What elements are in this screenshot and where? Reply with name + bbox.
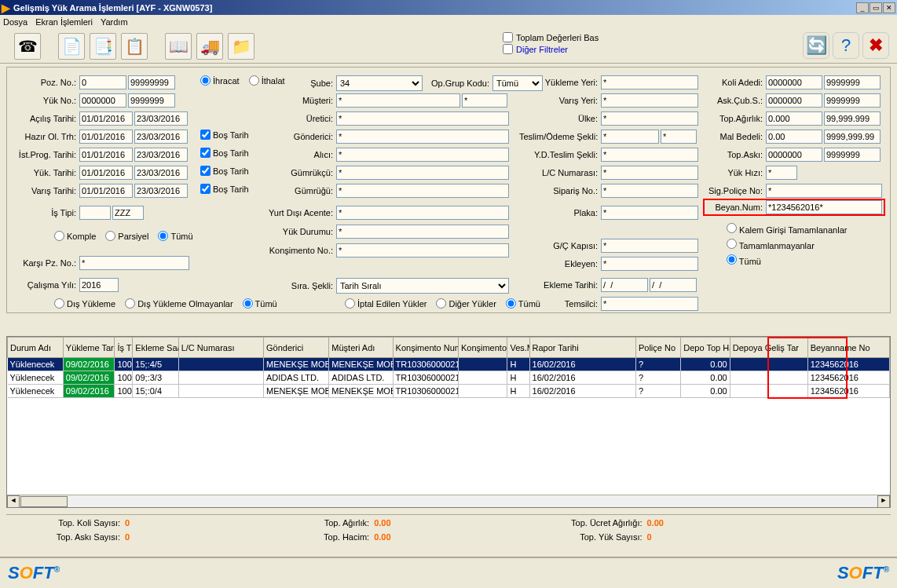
- col-header[interactable]: Depo Top Hacim: [681, 338, 730, 358]
- hazir-from[interactable]: [79, 130, 133, 144]
- tamam-radio[interactable]: Tamamlanmayanlar: [727, 239, 815, 250]
- bos2-checkbox[interactable]: [200, 148, 211, 158]
- topask-to[interactable]: [824, 148, 881, 162]
- col-header[interactable]: Yükleme Tarihi: [63, 338, 115, 358]
- table-row[interactable]: Yüklenecek09/02/201610009;:3/3ADIDAS LTD…: [8, 371, 890, 385]
- beyannum-input[interactable]: [766, 200, 882, 214]
- varisyeri-input[interactable]: [601, 93, 698, 108]
- acilis-from[interactable]: [79, 111, 133, 126]
- ihr-radio[interactable]: İhracat: [200, 75, 240, 86]
- yukhiz-input[interactable]: [766, 166, 797, 180]
- mal-to[interactable]: [824, 130, 881, 144]
- yuktarih-from[interactable]: [79, 166, 133, 180]
- istipi-to[interactable]: [112, 206, 144, 220]
- kalem-radio[interactable]: Kalem Girişi Tamamlananlar: [727, 223, 847, 235]
- toolbar-phone-icon[interactable]: ☎: [14, 33, 41, 60]
- bos4-checkbox[interactable]: [200, 184, 211, 194]
- konsimento-input[interactable]: [336, 243, 509, 257]
- gumrugu-input[interactable]: [336, 184, 509, 198]
- mal-from[interactable]: [766, 130, 822, 144]
- tumu-radio[interactable]: Tümü: [158, 231, 192, 241]
- alici-input[interactable]: [336, 148, 509, 162]
- iptal-radio[interactable]: İptal Edilen Yükler: [345, 298, 427, 309]
- sube-select[interactable]: 34: [336, 75, 423, 91]
- calisma-input[interactable]: [79, 278, 119, 292]
- musteri-input[interactable]: [336, 93, 460, 108]
- table-row[interactable]: Yüklenecek09/02/201610015;:0/4MENEKŞE MO…: [8, 385, 890, 398]
- istprog-to[interactable]: [134, 148, 188, 162]
- plaka-input[interactable]: [601, 206, 698, 220]
- col-header[interactable]: L/C Numarası: [178, 338, 263, 358]
- col-header[interactable]: Konşimento Tarihi: [458, 338, 507, 358]
- bos3-checkbox[interactable]: [200, 166, 211, 176]
- uretici-input[interactable]: [336, 111, 509, 126]
- sigpolice-input[interactable]: [766, 184, 882, 198]
- toolbar-doc1-icon[interactable]: 📄: [58, 33, 85, 60]
- komple-radio[interactable]: Komple: [54, 231, 96, 241]
- siparis-input[interactable]: [601, 184, 698, 198]
- lcnum-input[interactable]: [601, 166, 698, 180]
- yukdurumu-input[interactable]: [336, 225, 509, 239]
- col-header[interactable]: Gönderici: [264, 338, 329, 358]
- yurtdisi-input[interactable]: [336, 206, 509, 220]
- close-button[interactable]: ✕: [883, 2, 895, 13]
- col-header[interactable]: İş Tip: [115, 338, 133, 358]
- col-header[interactable]: Poliçe No: [635, 338, 680, 358]
- koli-to[interactable]: [824, 75, 881, 89]
- yukno-to[interactable]: [128, 93, 175, 108]
- toolbar-doc2-icon[interactable]: 📑: [90, 33, 116, 60]
- hazir-to[interactable]: [134, 130, 188, 144]
- toolbar-folder-icon[interactable]: 📁: [228, 33, 254, 60]
- col-header[interactable]: Ves.Muk: [507, 338, 529, 358]
- menu-yardim[interactable]: Yardım: [101, 17, 128, 27]
- ekleyen-input[interactable]: [601, 257, 698, 271]
- table-row[interactable]: Yüklenecek09/02/201610015;:4/5MENEKŞE MO…: [8, 358, 890, 371]
- col-header[interactable]: Rapor Tarihi: [529, 338, 635, 358]
- yukno-from[interactable]: [79, 93, 126, 108]
- varis-to[interactable]: [134, 184, 188, 198]
- col-header[interactable]: Beyanname No: [807, 338, 889, 358]
- disyuk-radio[interactable]: Dış Yükleme: [54, 298, 115, 309]
- disyukolm-radio[interactable]: Dış Yükleme Olmayanlar: [125, 298, 232, 309]
- temsilci-input[interactable]: [601, 297, 698, 311]
- col-header[interactable]: Konşimento Numarası: [393, 338, 458, 358]
- pozno-to[interactable]: [128, 75, 175, 89]
- toplam-checkbox[interactable]: Toplam Değerleri Bas: [503, 32, 599, 42]
- ask-from[interactable]: [766, 93, 822, 108]
- ydteslim-input[interactable]: [601, 148, 698, 162]
- digeryuk-radio[interactable]: Diğer Yükler: [436, 298, 496, 309]
- teslim-input[interactable]: [601, 130, 659, 144]
- toolbar-list-icon[interactable]: 📋: [121, 33, 148, 60]
- topag-to[interactable]: [824, 111, 881, 126]
- col-header[interactable]: Müşteri Adı: [329, 338, 393, 358]
- topask-from[interactable]: [766, 148, 822, 162]
- restore-button[interactable]: ▭: [870, 2, 882, 13]
- parsiyel-radio[interactable]: Parsiyel: [105, 231, 148, 241]
- tumu4-radio[interactable]: Tümü: [727, 254, 761, 266]
- ulke-input[interactable]: [601, 111, 698, 126]
- menu-ekran[interactable]: Ekran İşlemleri: [35, 17, 93, 27]
- minimize-button[interactable]: _: [856, 2, 869, 13]
- musteri2-input[interactable]: [462, 93, 507, 108]
- topag-from[interactable]: [766, 111, 822, 126]
- pozno-from[interactable]: [79, 75, 126, 89]
- bos1-checkbox[interactable]: [200, 130, 211, 140]
- menu-dosya[interactable]: Dosya: [3, 17, 27, 27]
- diger-checkbox[interactable]: Diğer Filtreler: [503, 44, 599, 54]
- ekltarih-from[interactable]: [601, 278, 648, 292]
- tumu2-radio[interactable]: Tümü: [243, 298, 277, 309]
- col-header[interactable]: Depoya Geliş Tar: [730, 338, 807, 358]
- ekltarih-to[interactable]: [650, 278, 697, 292]
- sira-select[interactable]: Tarih Sıralı: [336, 278, 509, 294]
- toolbar-book-icon[interactable]: 📖: [165, 33, 192, 60]
- ask-to[interactable]: [824, 93, 881, 108]
- exit-button[interactable]: ✖: [862, 32, 889, 59]
- varis-from[interactable]: [79, 184, 133, 198]
- toolbar-truck-icon[interactable]: 🚚: [196, 33, 223, 60]
- gumrukcu-input[interactable]: [336, 166, 509, 180]
- teslim2-input[interactable]: [661, 130, 697, 144]
- istipi-from[interactable]: [79, 206, 111, 220]
- koli-from[interactable]: [766, 75, 822, 89]
- acilis-to[interactable]: [134, 111, 188, 126]
- hscrollbar[interactable]: ◄►: [7, 495, 890, 507]
